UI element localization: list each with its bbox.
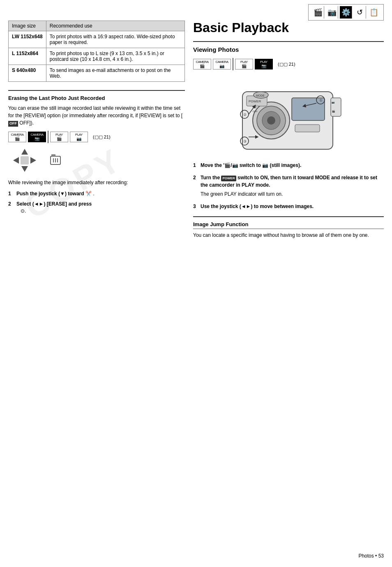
mode-btn-r-play-photo: PLAY 📷 [255, 59, 273, 69]
icon-video: 🎬 [312, 6, 324, 19]
right-step-3-text: Use the joystick (◄►) to move between im… [201, 203, 314, 210]
arrow-left [13, 157, 19, 164]
svg-text:MODE: MODE [256, 94, 265, 97]
right-step-3-header: 3 Use the joystick (◄►) to move between … [193, 203, 384, 210]
table-cell-size-s: S 640x480 [9, 65, 46, 82]
mode-btn-camera-photo: CAMERA 📷 [28, 132, 46, 142]
footer: Photos • 53 [358, 553, 384, 559]
table-row: LW 1152x648 To print photos with a 16:9 … [9, 31, 185, 48]
off-badge: OFF [8, 121, 18, 127]
svg-text:③: ③ [243, 139, 247, 143]
delete-icon [49, 154, 62, 167]
step-num-r3: 3 [193, 203, 199, 210]
table-row: S 640x480 To send images as e-mail attac… [9, 65, 185, 82]
right-step-2-header: 2 Turn the POWER switch to ON, then turn… [193, 174, 384, 189]
top-icon-bar: 🎬 📷 ⚙️ ↺ 📋 [308, 4, 384, 21]
table-cell-use-s: To send images as e-mail attachments or … [46, 65, 184, 82]
viewing-photos-title: Viewing Photos [193, 46, 384, 53]
svg-rect-11 [295, 125, 320, 132]
joystick-cross [12, 148, 37, 173]
table-header-size: Image size [9, 21, 46, 31]
mode-btn-r-camera-video: CAMERA 🎬 [193, 59, 211, 69]
erase-step-1: 1 Push the joystick (▼) toward ✂️ . [8, 190, 185, 197]
svg-text:📷: 📷 [332, 101, 335, 104]
right-step-1: 1 Move the '🎬/📷 switch to 📷 (still image… [193, 162, 384, 169]
joystick-area [12, 148, 185, 173]
mode-btn-r-play-video: PLAY 🎬 [235, 59, 253, 69]
mode-btn-camera-video: CAMERA 🎬 [8, 132, 26, 142]
right-step-1-header: 1 Move the '🎬/📷 switch to 📷 (still image… [193, 162, 384, 169]
page-ref-left: (▢▢ 21) [93, 134, 111, 140]
table-cell-use-lw: To print photos with a 16:9 aspect ratio… [46, 31, 184, 48]
mode-btn-r-camera-photo: CAMERA 📷 [213, 59, 231, 69]
mode-btn-separator [48, 131, 48, 143]
right-step-3: 3 Use the joystick (◄►) to move between … [193, 203, 384, 210]
svg-text:ON: ON [253, 106, 256, 109]
svg-text:🎬: 🎬 [332, 110, 335, 113]
erase-steps: 1 Push the joystick (▼) toward ✂️ . 2 Se… [8, 190, 185, 214]
right-step-2: 2 Turn the POWER switch to ON, then turn… [193, 174, 384, 198]
power-badge: POWER [221, 176, 236, 181]
step-num-2: 2 [8, 201, 14, 208]
erase-step-2: 2 Select (◄►) [ERASE] and press ⊙. [8, 201, 185, 215]
svg-rect-27 [331, 98, 341, 116]
section-divider-imagejump [193, 216, 384, 217]
image-jump-text: You can locate a specific image without … [193, 231, 384, 239]
section-divider-erase [8, 90, 185, 91]
arrow-up [21, 149, 28, 155]
erase-section-title: Erasing the Last Photo Just Recorded [8, 95, 185, 101]
table-header-use: Recommended use [46, 21, 184, 31]
svg-text:OFF: OFF [253, 110, 258, 113]
joystick-center [21, 156, 29, 164]
step-num-r1: 1 [193, 162, 199, 169]
image-jump-title: Image Jump Function [193, 221, 384, 229]
step-num-1: 1 [8, 190, 14, 197]
icon-refresh: ↺ [354, 6, 366, 19]
icon-book: 📋 [368, 6, 380, 19]
camera-svg-area: POWER ① ② ③ [193, 75, 349, 162]
svg-point-9 [267, 116, 275, 125]
right-column: Basic Playback Viewing Photos CAMERA 🎬 C… [193, 21, 384, 243]
right-step-1-text: Move the '🎬/📷 switch to 📷 (still images)… [201, 162, 301, 169]
section-divider-viewing [193, 41, 384, 42]
camera-illustration: POWER ① ② ③ [193, 75, 349, 157]
svg-text:①: ① [319, 98, 323, 102]
step-num-r2: 2 [193, 174, 199, 181]
svg-text:POWER: POWER [249, 100, 261, 103]
right-step-2-note: The green PLAY indicator will turn on. [201, 190, 384, 198]
image-size-table: Image size Recommended use LW 1152x648 T… [8, 21, 185, 82]
arrow-down [21, 166, 28, 172]
while-reviewing-text: While reviewing the image immediately af… [8, 179, 185, 186]
erase-step-2-text: Select (◄►) [ERASE] and press ⊙. [16, 201, 92, 215]
main-title: Basic Playback [193, 21, 384, 35]
icon-circle: ⚙️ [340, 6, 352, 19]
table-row: L 1152x864 To print photos up to L size … [9, 48, 185, 65]
right-step-2-text: Turn the POWER switch to ON, then turn i… [201, 174, 384, 189]
mode-strip-left: CAMERA 🎬 CAMERA 📷 PLAY 🎬 PLAY 📷 (▢▢ 21) [8, 131, 185, 143]
table-cell-size-l: L 1152x864 [9, 48, 46, 65]
svg-text:②: ② [243, 113, 247, 117]
erase-body-text: You can erase the still image recorded l… [8, 104, 185, 127]
mode-btn-r-separator [233, 58, 233, 70]
table-cell-use-l: To print photos up to L size (9 x 13 cm,… [46, 48, 184, 65]
mode-btn-play-video: PLAY 🎬 [50, 132, 68, 142]
icon-photo: 📷 [326, 6, 338, 19]
mode-btn-play-photo: PLAY 📷 [70, 132, 88, 142]
erase-step-1-text: Push the joystick (▼) toward ✂️ . [16, 190, 95, 197]
page-container: COPY 🎬 📷 ⚙️ ↺ 📋 Image size Recommended u… [0, 0, 392, 567]
page-ref-right: (▢▢ 21) [278, 62, 295, 67]
left-column: Image size Recommended use LW 1152x648 T… [8, 21, 185, 218]
mode-strip-right: CAMERA 🎬 CAMERA 📷 PLAY 🎬 PLAY 📷 (▢▢ 21) [193, 58, 384, 70]
arrow-right [30, 157, 36, 164]
footer-text: Photos • 53 [358, 553, 384, 559]
table-cell-size-lw: LW 1152x648 [9, 31, 46, 48]
